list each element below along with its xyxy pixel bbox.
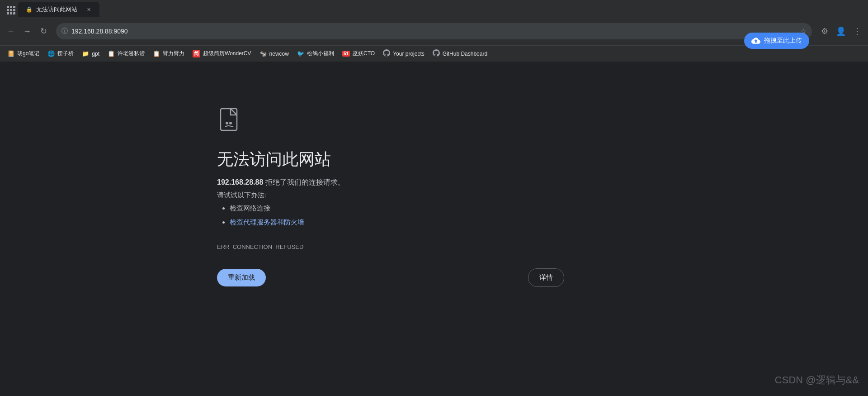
tab-bar: 🔒 无法访问此网站 ✕ (0, 0, 868, 17)
apps-grid-button[interactable] (4, 3, 18, 17)
bookmark-bili[interactable]: 📋 臂力臂力 (149, 48, 188, 60)
tab-title: 无法访问此网站 (36, 5, 77, 14)
gpt-label: gpt (92, 51, 99, 57)
newcow-label: newcow (269, 51, 289, 57)
githubdashboard-icon (433, 49, 440, 58)
yourprojects-label: Your projects (393, 51, 425, 57)
security-icon: ⓘ (61, 27, 68, 35)
bookmarks-bar: 📔 胡go笔记 🌐 摆子析 📁 gpt 📋 许老漫私货 📋 臂力臂力 简 超级简… (0, 45, 868, 62)
bili-label: 臂力臂力 (163, 50, 184, 57)
button-row: 重新加载 详情 (217, 268, 564, 287)
address-text: 192.168.28.88:9090 (71, 28, 797, 35)
ziziyi-icon: 🌐 (47, 50, 55, 57)
watermark: CSDN @逻辑与&& (775, 373, 859, 387)
error-suggestions-list: 检查网络连接 检查代理服务器和防火墙 (217, 203, 304, 231)
error-file-icon (217, 107, 244, 134)
back-button[interactable]: ← (4, 24, 18, 38)
songge-label: 松鸽小福利 (307, 50, 334, 57)
wondercv-label: 超级简历WonderCV (203, 50, 251, 57)
bookmark-gpt[interactable]: 📁 gpt (78, 48, 103, 60)
wondercv-icon: 简 (193, 50, 200, 57)
svg-point-2 (229, 122, 232, 124)
forward-button[interactable]: → (20, 24, 34, 38)
51cto-label: 巫妖CTO (353, 50, 375, 57)
upload-button[interactable]: 拖拽至此上传 (744, 33, 809, 49)
active-tab[interactable]: 🔒 无法访问此网站 ✕ (18, 2, 99, 17)
grid-icon (7, 6, 15, 14)
51cto-icon: 51 (342, 51, 350, 57)
upload-button-label: 拖拽至此上传 (764, 37, 802, 45)
upload-icon (751, 36, 760, 45)
xulao-label: 许老漫私货 (118, 50, 145, 57)
details-page-button[interactable]: 详情 (528, 268, 564, 287)
bookmark-hugonotes[interactable]: 📔 胡go笔记 (4, 48, 43, 60)
hugonotes-icon: 📔 (7, 50, 14, 57)
gpt-icon: 📁 (82, 50, 89, 57)
error-suggestions-label: 请试试以下办法: (217, 191, 266, 200)
nav-right-buttons: ⚙ 👤 ⋮ (817, 24, 864, 38)
hugonotes-label: 胡go笔记 (17, 50, 39, 57)
bookmark-xulao[interactable]: 📋 许老漫私货 (104, 48, 148, 60)
reload-button[interactable]: ↻ (36, 24, 51, 38)
bookmark-ziziyi[interactable]: 🌐 摆子析 (44, 48, 77, 60)
svg-point-1 (226, 122, 228, 124)
tab-close-button[interactable]: ✕ (85, 6, 92, 13)
bookmark-songge[interactable]: 🐦 松鸽小福利 (293, 48, 338, 60)
bookmark-51cto[interactable]: 51 巫妖CTO (339, 48, 378, 60)
error-ip: 192.168.28.88 (217, 178, 263, 186)
navigation-bar: ← → ↻ ⓘ 192.168.28.88:9090 ☆ ⚙ 👤 ⋮ (0, 17, 868, 45)
error-description: 192.168.28.88 拒绝了我们的连接请求。 (217, 178, 345, 187)
main-content: 无法访问此网站 192.168.28.88 拒绝了我们的连接请求。 请试试以下办… (0, 62, 868, 287)
bookmark-yourprojects[interactable]: Your projects (379, 48, 428, 60)
bookmark-githubdashboard[interactable]: GitHub Dashboard (429, 48, 491, 60)
xulao-icon: 📋 (108, 50, 115, 57)
suggestion-proxy-link[interactable]: 检查代理服务器和防火墙 (230, 218, 304, 226)
suggestion-network: 检查网络连接 (230, 203, 304, 214)
suggestion-proxy: 检查代理服务器和防火墙 (230, 217, 304, 228)
songge-icon: 🐦 (297, 50, 304, 57)
error-code: ERR_CONNECTION_REFUSED (217, 243, 303, 250)
suggestion-network-text: 检查网络连接 (230, 204, 270, 212)
browser-chrome: 🔒 无法访问此网站 ✕ ← → ↻ ⓘ 192.168.28.88:9090 ☆… (0, 0, 868, 45)
extensions-button[interactable]: ⚙ (817, 24, 832, 38)
tab-favicon: 🔒 (25, 6, 33, 13)
bookmark-wondercv[interactable]: 简 超级简历WonderCV (189, 48, 255, 60)
bili-icon: 📋 (153, 50, 160, 57)
githubdashboard-label: GitHub Dashboard (443, 51, 487, 57)
address-bar[interactable]: ⓘ 192.168.28.88:9090 ☆ (56, 23, 812, 39)
ziziyi-label: 摆子析 (57, 50, 74, 57)
bookmark-newcow[interactable]: 🐄 newcow (256, 48, 292, 60)
more-menu-button[interactable]: ⋮ (850, 24, 864, 38)
error-title: 无法访问此网站 (217, 148, 331, 171)
profile-button[interactable]: 👤 (834, 24, 848, 38)
newcow-icon: 🐄 (259, 50, 267, 57)
yourprojects-icon (383, 49, 390, 58)
reload-page-button[interactable]: 重新加载 (217, 269, 266, 286)
error-desc-suffix: 拒绝了我们的连接请求。 (263, 178, 344, 186)
